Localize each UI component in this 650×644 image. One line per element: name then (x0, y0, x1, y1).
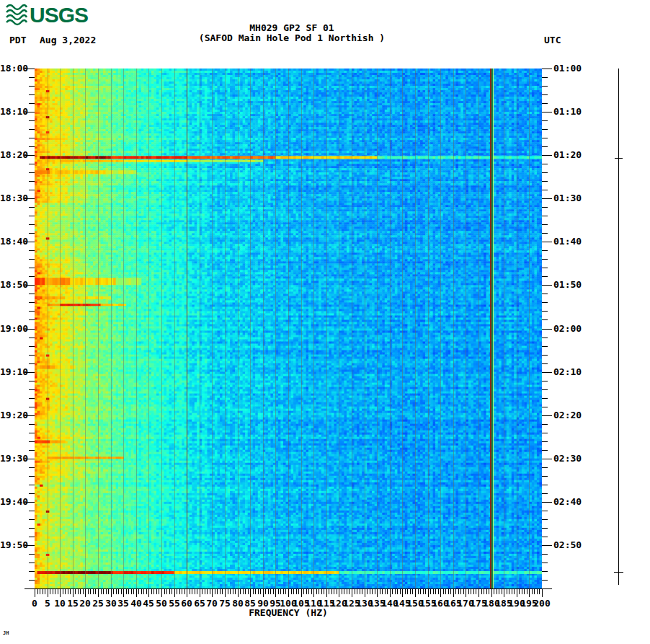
y-minor-tick-right (542, 319, 548, 320)
x-axis-label: 65 (194, 599, 205, 609)
x-minor-tick (385, 589, 386, 594)
timezone-right-label: UTC (544, 35, 561, 45)
y-axis-label-left: 18:10 (0, 107, 24, 117)
y-minor-tick-left (29, 407, 35, 407)
y-axis-label-right: 01:00 (553, 63, 582, 74)
y-minor-tick-left (29, 571, 35, 572)
x-axis-label: 10 (54, 599, 66, 609)
y-major-tick-right (542, 459, 552, 459)
x-axis-title: FREQUENCY (HZ) (249, 608, 328, 618)
y-minor-tick-left (29, 355, 35, 356)
x-minor-tick (412, 589, 413, 594)
y-minor-tick-right (542, 554, 548, 555)
x-minor-tick (121, 589, 122, 594)
x-minor-tick (126, 589, 127, 594)
x-minor-tick (372, 589, 373, 594)
y-axis-label-left: 18:50 (0, 280, 24, 290)
x-axis-label: 55 (169, 599, 180, 609)
x-major-tick (440, 589, 441, 597)
date-label: Aug 3,2022 (40, 35, 96, 45)
x-minor-tick (375, 589, 375, 594)
y-minor-tick-left (29, 190, 35, 190)
x-minor-tick (197, 589, 197, 594)
x-minor-tick (476, 589, 476, 594)
x-minor-tick (433, 589, 434, 594)
y-minor-tick-left (29, 86, 35, 87)
y-minor-tick-left (29, 233, 35, 234)
x-minor-tick (50, 589, 50, 594)
x-axis-label: 30 (105, 599, 117, 609)
x-minor-tick (108, 589, 109, 594)
x-minor-tick (43, 589, 43, 594)
x-minor-tick (265, 589, 266, 594)
y-minor-tick-left (29, 476, 35, 477)
amplitude-bar-line (618, 69, 619, 585)
y-minor-tick-right (542, 172, 548, 173)
x-minor-tick (278, 589, 279, 594)
x-minor-tick (172, 589, 172, 594)
x-minor-tick (190, 589, 190, 594)
x-minor-tick (486, 589, 487, 594)
x-minor-tick (240, 589, 241, 594)
amplitude-event-tick (614, 572, 623, 573)
y-major-tick-left (25, 588, 35, 589)
y-minor-tick-left (29, 259, 35, 260)
y-minor-tick-left (29, 450, 35, 451)
x-minor-tick (468, 589, 469, 594)
x-major-tick (85, 589, 86, 597)
x-minor-tick (370, 589, 370, 594)
x-minor-tick (58, 589, 58, 594)
x-minor-tick (324, 589, 324, 594)
x-minor-tick (182, 589, 182, 594)
x-minor-tick (159, 589, 159, 594)
y-axis-label-right: 02:10 (553, 367, 582, 377)
x-minor-tick (253, 589, 254, 594)
x-minor-tick (298, 589, 299, 594)
y-minor-tick-left (29, 302, 35, 303)
x-minor-tick (210, 589, 210, 594)
x-minor-tick (83, 589, 84, 594)
spectrogram-page: USGS PDT Aug 3,2022 MH029 GP2 SF 01 (SAF… (0, 0, 650, 644)
y-axis-label-left: 19:00 (0, 324, 24, 334)
y-minor-tick-right (542, 450, 548, 451)
x-minor-tick (522, 589, 522, 594)
x-minor-tick (248, 589, 249, 594)
x-minor-tick (494, 589, 494, 594)
x-minor-tick (166, 589, 167, 594)
y-axis-label-right: 02:30 (553, 454, 582, 464)
y-minor-tick-right (542, 120, 548, 121)
y-minor-tick-right (542, 164, 548, 164)
x-minor-tick (392, 589, 393, 594)
x-minor-tick (519, 589, 520, 594)
x-minor-tick (497, 589, 497, 594)
x-minor-tick (387, 589, 388, 594)
y-minor-tick-left (29, 276, 35, 277)
x-minor-tick (524, 589, 525, 594)
y-minor-tick-right (542, 580, 548, 581)
y-minor-tick-right (542, 216, 548, 216)
x-major-tick (365, 589, 365, 597)
x-minor-tick (243, 589, 244, 594)
y-minor-tick-right (542, 563, 548, 563)
y-minor-tick-left (29, 181, 35, 182)
y-minor-tick-right (542, 338, 548, 338)
x-minor-tick (534, 589, 535, 594)
x-major-tick (478, 589, 479, 597)
y-minor-tick-left (29, 580, 35, 581)
y-minor-tick-right (542, 233, 548, 234)
y-minor-tick-left (29, 138, 35, 138)
x-major-tick (529, 589, 530, 597)
x-major-tick (48, 589, 48, 597)
x-minor-tick (400, 589, 401, 594)
x-major-tick (542, 589, 543, 597)
x-minor-tick (260, 589, 261, 594)
x-minor-tick (70, 589, 71, 594)
usgs-logo: USGS (6, 1, 92, 29)
x-axis-label: 45 (143, 599, 154, 609)
x-minor-tick (164, 589, 165, 594)
y-minor-tick-left (29, 398, 35, 399)
x-minor-tick (484, 589, 484, 594)
x-minor-tick (355, 589, 355, 594)
y-minor-tick-right (542, 268, 548, 268)
x-major-tick (288, 589, 289, 597)
